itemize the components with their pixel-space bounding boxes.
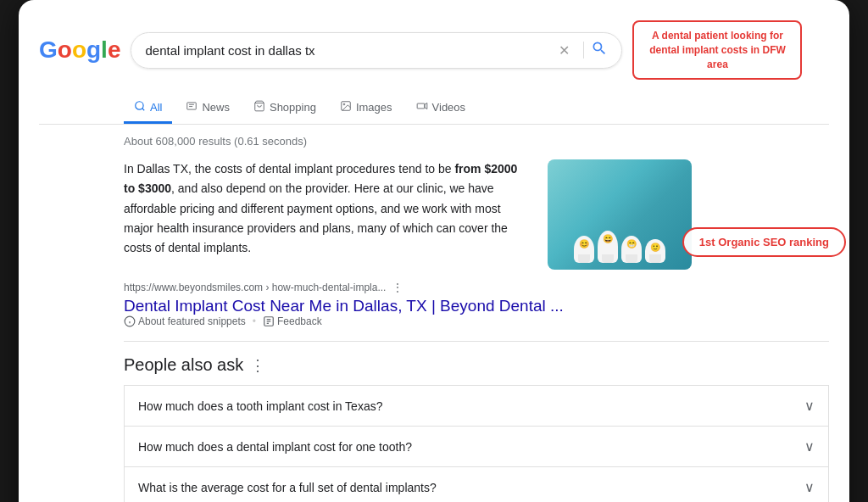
- results-count: About 608,000 results (0.61 seconds): [39, 135, 829, 148]
- videos-icon: [416, 100, 428, 114]
- tab-videos-label: Videos: [432, 101, 466, 114]
- feedback-text: Feedback: [277, 315, 322, 327]
- search-icon: [591, 40, 608, 57]
- svg-line-1: [142, 109, 145, 111]
- tooth-2: 😄: [598, 231, 618, 263]
- search-submit-button[interactable]: [591, 40, 608, 61]
- browser-frame: Google ✕ A dental patient looking for de…: [19, 0, 849, 502]
- search-intent-callout: A dental patient looking for dental impl…: [632, 20, 802, 80]
- clear-search-button[interactable]: ✕: [552, 42, 576, 59]
- tooth-figures: 😊 😄 😁 🙂: [574, 231, 665, 270]
- tab-news[interactable]: News: [175, 93, 240, 124]
- paa-question-2: How much does a dental implant cost for …: [138, 440, 412, 454]
- svg-point-7: [343, 103, 345, 105]
- footer-separator: •: [253, 315, 256, 327]
- svg-point-0: [136, 102, 143, 109]
- tab-videos[interactable]: Videos: [406, 93, 476, 124]
- paa-header: People also ask ⋮: [124, 355, 829, 375]
- all-icon: [134, 100, 146, 114]
- about-snippets-link[interactable]: About featured snippets: [124, 315, 246, 327]
- news-icon: [186, 100, 198, 114]
- about-snippets-text: About featured snippets: [138, 315, 246, 327]
- result-title-link[interactable]: Dental Implant Cost Near Me in Dallas, T…: [124, 297, 564, 315]
- chevron-down-icon-1: ∨: [804, 398, 815, 414]
- tooth-3: 😁: [621, 236, 642, 263]
- paa-title: People also ask: [124, 355, 243, 375]
- paa-item-2[interactable]: How much does a dental implant cost for …: [124, 426, 829, 466]
- paa-item-3[interactable]: What is the average cost for a full set …: [124, 466, 829, 502]
- search-input-wrapper: ✕: [131, 32, 622, 69]
- featured-snippet: In Dallas TX, the costs of dental implan…: [124, 159, 829, 270]
- snippet-text: In Dallas TX, the costs of dental implan…: [124, 159, 531, 257]
- search-divider: [583, 42, 584, 59]
- search-bar-row: Google ✕ A dental patient looking for de…: [39, 20, 829, 80]
- feedback-icon: [263, 315, 275, 327]
- snippet-footer: About featured snippets • Feedback: [124, 315, 829, 327]
- snippet-image: 😊 😄 😁 🙂: [548, 159, 692, 270]
- chevron-down-icon-3: ∨: [804, 479, 815, 495]
- tab-all[interactable]: All: [124, 93, 172, 124]
- tooth-1: 😊: [574, 236, 594, 263]
- source-url-text: https://www.beyondsmiles.com › how-much-…: [124, 282, 386, 293]
- result-more-button[interactable]: ⋮: [392, 282, 403, 293]
- people-also-ask-section: People also ask ⋮ How much does a tooth …: [124, 341, 829, 502]
- svg-marker-9: [424, 103, 426, 109]
- tab-images-label: Images: [356, 101, 392, 114]
- paa-item-1[interactable]: How much does a tooth implant cost in Te…: [124, 385, 829, 426]
- tab-images[interactable]: Images: [330, 93, 403, 124]
- google-logo: Google: [39, 36, 120, 64]
- chevron-down-icon-2: ∨: [804, 438, 815, 455]
- paa-question-1: How much does a tooth implant cost in Te…: [138, 399, 382, 413]
- feedback-link[interactable]: Feedback: [263, 315, 322, 327]
- tab-news-label: News: [202, 101, 230, 114]
- tab-shopping[interactable]: Shopping: [243, 93, 326, 124]
- images-icon: [340, 100, 352, 114]
- tab-shopping-label: Shopping: [270, 101, 316, 114]
- search-tabs: All News Shopping Images Videos: [39, 93, 829, 125]
- info-icon: [124, 315, 136, 327]
- tab-all-label: All: [150, 101, 162, 114]
- source-url: https://www.beyondsmiles.com › how-much-…: [124, 282, 829, 293]
- tooth-4: 🙂: [645, 239, 665, 263]
- search-input[interactable]: [145, 43, 552, 58]
- svg-rect-2: [187, 103, 197, 109]
- seo-ranking-callout: 1st Organic SEO ranking: [682, 227, 846, 257]
- paa-options-button[interactable]: ⋮: [250, 356, 265, 375]
- snippet-text-block: In Dallas TX, the costs of dental implan…: [124, 159, 531, 270]
- shopping-icon: [253, 100, 265, 114]
- paa-question-3: What is the average cost for a full set …: [138, 481, 437, 494]
- svg-rect-8: [417, 103, 425, 109]
